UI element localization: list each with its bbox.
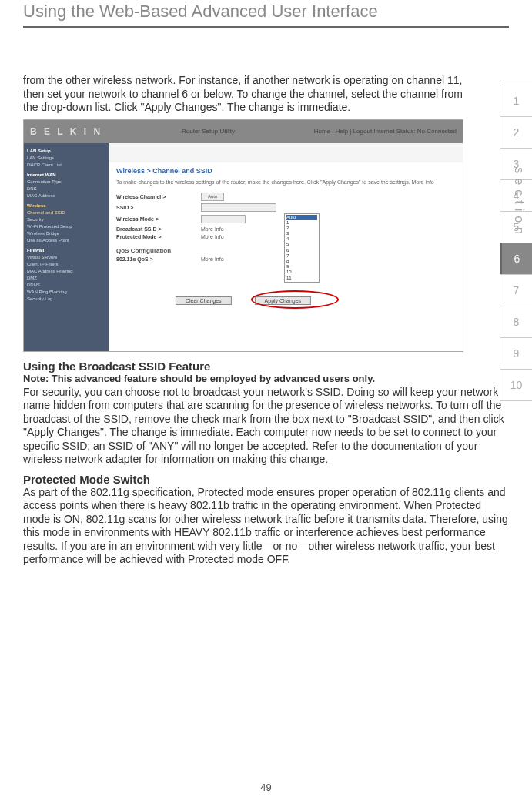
dropdown-option[interactable]: 11 [286,276,317,281]
row-label: Broadcast SSID > [116,226,201,232]
protected-mode-heading: Protected Mode Switch [23,473,509,486]
section-tabs: 1 2 3 4 5 6 7 8 9 10 [500,85,532,401]
advanced-note: Note: This advanced feature should be em… [23,373,509,384]
channel-dropdown-open[interactable]: Auto 1 2 3 4 5 6 7 8 9 10 11 [284,213,320,283]
title-divider [23,26,509,28]
dropdown-option[interactable]: 7 [286,253,317,259]
utility-title: Router Setup Utility [182,128,235,135]
nav-hdr-wireless: Wireless [27,203,105,209]
nav-item: Use as Access Point [27,237,105,244]
page-title: Using the Web-Based Advanced User Interf… [23,0,509,22]
left-nav: LAN Setup LAN Settings DHCP Client List … [24,143,109,351]
nav-item: WAN Ping Blocking [27,289,105,296]
protected-mode-paragraph: As part of the 802.11g specification, Pr… [23,486,509,567]
dropdown-option[interactable]: 6 [286,248,317,253]
row-label: Wireless Mode > [116,216,201,222]
section-tab-9[interactable]: 9 [500,337,532,369]
row-label: SSID > [116,205,201,210]
mode-select[interactable] [201,215,246,223]
nav-item: DNS [27,186,105,193]
breadcrumb: Wireless > Channel and SSID [116,167,455,175]
nav-hdr-firewall: Firewall [27,247,105,254]
clear-changes-button[interactable]: Clear Changes [176,296,232,305]
dropdown-option[interactable]: 2 [286,226,317,231]
dropdown-option[interactable]: 1 [286,220,317,226]
section-tab-10[interactable]: 10 [500,369,532,401]
dropdown-option[interactable]: 9 [286,264,317,270]
channel-select[interactable]: Auto [201,193,224,201]
router-screenshot: B E L K I N Router Setup Utility Home | … [23,119,463,352]
section-tab-6[interactable]: 6 [500,243,532,274]
broadcast-ssid-paragraph: For security, you can choose not to broa… [23,386,509,467]
apply-changes-button[interactable]: Apply Changes [255,296,311,305]
ssid-input[interactable] [201,203,276,212]
nav-item: MAC Address [27,193,105,199]
brand-logo: B E L K I N [30,126,102,137]
dropdown-option[interactable]: 10 [286,270,317,275]
nav-item: Channel and SSID [27,209,105,216]
nav-item: DHCP Client List [27,162,105,169]
section-label: section [512,167,526,239]
nav-item: DDNS [27,282,105,289]
intro-paragraph: from the other wireless network. For ins… [23,74,467,115]
nav-item: Connection Type [27,179,105,186]
dropdown-option[interactable]: 4 [286,236,317,242]
nav-hdr-wan: Internet WAN [27,172,105,179]
broadcast-ssid-heading: Using the Broadcast SSID Feature [23,360,509,373]
figure-main: Wireless > Channel and SSID To make chan… [109,162,463,351]
dropdown-option[interactable]: 3 [286,231,317,236]
nav-item: Client IP Filters [27,261,105,268]
dropdown-option[interactable]: 5 [286,242,317,247]
nav-item: DMZ [27,275,105,282]
nav-item: Wireless Bridge [27,230,105,237]
nav-item: Wi-Fi Protected Setup [27,223,105,230]
nav-item: MAC Address Filtering [27,268,105,275]
more-link[interactable]: More Info [201,256,224,262]
section-tab-8[interactable]: 8 [500,306,532,337]
row-label: Protected Mode > [116,234,201,239]
hint-text: To make changes to the wireless settings… [116,179,455,185]
dropdown-option[interactable]: Auto [286,215,317,220]
section-tab-1[interactable]: 1 [500,85,532,116]
nav-item: Virtual Servers [27,254,105,261]
nav-item: LAN Settings [27,155,105,162]
nav-item: Security Log [27,296,105,303]
more-link[interactable]: More Info [201,226,224,232]
page-number: 49 [0,782,532,793]
row-label: 802.11e QoS > [116,256,201,262]
section-tab-7[interactable]: 7 [500,274,532,306]
more-link[interactable]: More Info [201,234,224,239]
section-tab-2[interactable]: 2 [500,116,532,148]
dropdown-option[interactable]: 8 [286,259,317,264]
row-label: Wireless Channel > [116,194,201,199]
top-links: Home | Help | Logout Internet Status: No… [314,128,457,135]
nav-item: Security [27,216,105,223]
nav-hdr-lan: LAN Setup [27,148,105,155]
